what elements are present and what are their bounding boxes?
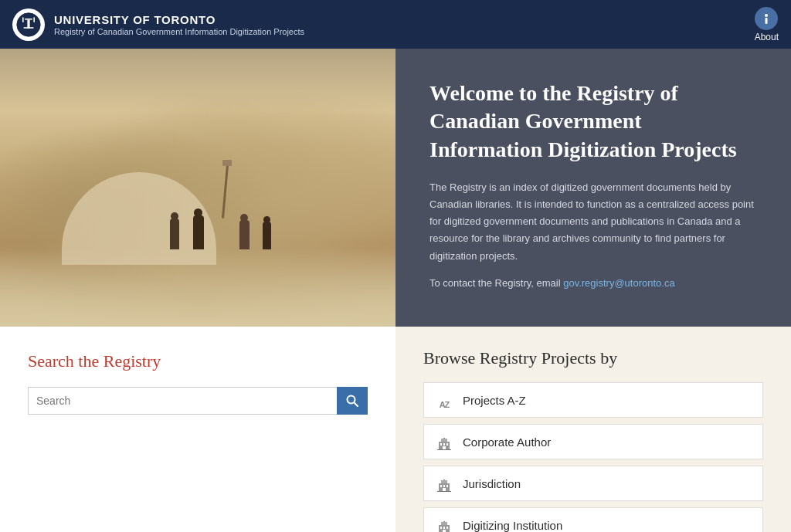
search-button[interactable] xyxy=(337,387,368,415)
svg-rect-21 xyxy=(443,479,445,480)
svg-rect-1 xyxy=(25,19,32,20)
svg-rect-17 xyxy=(443,446,446,449)
svg-rect-28 xyxy=(441,522,447,525)
svg-rect-14 xyxy=(440,443,442,446)
about-label: About xyxy=(755,32,779,42)
svg-rect-29 xyxy=(443,521,445,522)
browse-label-projects-az: Projects A-Z xyxy=(463,394,526,407)
about-button[interactable]: About xyxy=(755,7,779,42)
az-icon: AZ xyxy=(435,391,453,409)
hero-title: Welcome to the Registry of Canadian Gove… xyxy=(429,80,757,164)
browse-label-digitizing-institution: Digitizing Institution xyxy=(463,519,562,532)
hero-contact: To contact the Registry, email gov.regis… xyxy=(429,277,757,289)
svg-rect-16 xyxy=(446,443,448,446)
browse-heading: Browse Registry Projects by xyxy=(423,348,763,368)
svg-rect-2 xyxy=(27,19,29,28)
svg-rect-23 xyxy=(443,485,445,487)
svg-rect-13 xyxy=(443,438,445,439)
svg-rect-3 xyxy=(24,27,34,29)
registry-subtitle: Registry of Canadian Government Informat… xyxy=(54,27,304,36)
svg-rect-24 xyxy=(446,485,448,487)
browse-label-jurisdiction: Jurisdiction xyxy=(463,477,521,490)
about-icon xyxy=(755,7,778,30)
university-logo xyxy=(12,8,45,41)
search-section: Search the Registry xyxy=(0,327,396,532)
logo-area: UNIVERSITY OF TORONTO Registry of Canadi… xyxy=(12,8,304,41)
svg-rect-25 xyxy=(443,488,446,491)
browse-label-corporate-author: Corporate Author xyxy=(463,435,551,449)
browse-item-corporate-author[interactable]: Corporate Author xyxy=(423,424,763,459)
svg-point-7 xyxy=(765,14,768,17)
bottom-section: Search the Registry Browse Registry Proj… xyxy=(0,327,791,532)
svg-rect-22 xyxy=(440,485,442,487)
svg-rect-15 xyxy=(443,443,445,446)
svg-rect-12 xyxy=(441,439,447,442)
contact-prefix: To contact the Registry, email xyxy=(429,277,563,289)
svg-rect-8 xyxy=(766,18,768,24)
svg-rect-26 xyxy=(437,491,451,492)
site-header: UNIVERSITY OF TORONTO Registry of Canadi… xyxy=(0,0,791,49)
jurisdiction-icon xyxy=(435,474,453,493)
contact-email-link[interactable]: gov.registry@utoronto.ca xyxy=(563,277,674,289)
svg-rect-20 xyxy=(441,480,447,483)
header-text-group: UNIVERSITY OF TORONTO Registry of Canadi… xyxy=(54,13,304,36)
svg-rect-5 xyxy=(33,17,35,22)
svg-rect-4 xyxy=(22,17,24,22)
browse-item-projects-az[interactable]: AZ Projects A-Z xyxy=(423,382,763,418)
browse-item-jurisdiction[interactable]: Jurisdiction xyxy=(423,466,763,501)
svg-rect-30 xyxy=(440,527,442,529)
search-heading: Search the Registry xyxy=(28,351,368,371)
svg-rect-32 xyxy=(446,527,448,529)
browse-list: AZ Projects A-Z xyxy=(423,382,763,532)
hero-image xyxy=(0,49,396,327)
browse-section: Browse Registry Projects by AZ Projects … xyxy=(396,327,791,532)
corporate-author-icon xyxy=(435,432,453,451)
svg-rect-18 xyxy=(437,449,451,450)
svg-rect-31 xyxy=(443,527,445,529)
digitizing-institution-icon xyxy=(435,516,453,532)
hero-section: Welcome to the Registry of Canadian Gove… xyxy=(0,49,791,327)
hero-description: The Registry is an index of digitized go… xyxy=(429,179,757,264)
search-row xyxy=(28,387,368,415)
svg-line-10 xyxy=(355,403,358,407)
university-name: UNIVERSITY OF TORONTO xyxy=(54,13,304,26)
hero-content: Welcome to the Registry of Canadian Gove… xyxy=(396,49,791,327)
browse-item-digitizing-institution[interactable]: Digitizing Institution xyxy=(423,507,763,532)
search-icon xyxy=(346,395,358,407)
search-input[interactable] xyxy=(28,387,337,415)
